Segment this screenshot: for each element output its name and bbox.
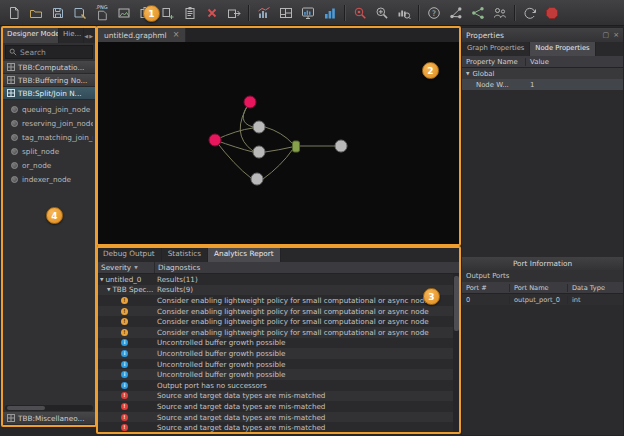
duplicate-icon[interactable]: [157, 2, 178, 23]
error-icon: !: [121, 414, 128, 421]
analytics-tabbar: Debug Output Statistics Analytics Report: [97, 247, 460, 262]
float-panel-icon[interactable]: ▢: [603, 31, 610, 39]
palette-node-tag-matching-join[interactable]: tag_matching_join_nod: [5, 133, 93, 142]
graph-node-1: [253, 121, 265, 133]
scrollbar-thumb[interactable]: [454, 276, 459, 331]
tab-scroll-left-icon[interactable]: ◀: [84, 33, 88, 39]
expand-arrow-icon[interactable]: ▼: [100, 277, 103, 282]
palette-tabbar: Designer Mode Hie... ◀▶: [3, 28, 95, 43]
save-as-icon[interactable]: [69, 2, 90, 23]
palette-node-reserving-join[interactable]: reserving_join_node: [5, 119, 93, 128]
palette-node-indexer[interactable]: indexer_node: [5, 175, 93, 184]
graph-topology-icon[interactable]: [445, 2, 466, 23]
tab-analytics-report[interactable]: Analytics Report: [208, 247, 281, 262]
warning-icon: !: [121, 308, 128, 315]
scrollbar-thumb[interactable]: [7, 406, 45, 410]
export-image-icon[interactable]: [113, 2, 134, 23]
search-box[interactable]: [5, 45, 93, 59]
graph-canvas[interactable]: [97, 42, 460, 246]
node-icon: [11, 120, 18, 127]
result-group-row[interactable]: ▼untitled_0 Results(11): [97, 274, 460, 285]
delete-icon[interactable]: [201, 2, 222, 23]
report-vscrollbar[interactable]: [453, 274, 460, 433]
tab-untitled-graphml[interactable]: untitled.graphml ×: [97, 27, 186, 42]
diagnostic-row[interactable]: !Source and target data types are mis-ma…: [97, 422, 460, 433]
output-ports-label: Output Ports: [462, 270, 623, 282]
palette-node-or[interactable]: or_node: [5, 161, 93, 170]
search-input[interactable]: [20, 48, 82, 57]
port-number-column-header[interactable]: Port #: [462, 284, 510, 292]
diagnostic-row[interactable]: iUncontrolled buffer growth possible: [97, 359, 460, 370]
properties-panel: Properties ▢× Graph Properties Node Prop…: [461, 27, 624, 436]
diagnostics-column-header[interactable]: Diagnostics: [155, 262, 460, 273]
property-row-node-weight[interactable]: Node W... 1: [462, 79, 623, 90]
collaboration-icon[interactable]: [489, 2, 510, 23]
diagnostic-row[interactable]: iOutput port has no successors: [97, 380, 460, 391]
diagnostic-row[interactable]: iUncontrolled buffer growth possible: [97, 338, 460, 349]
help-icon[interactable]: ?: [423, 2, 444, 23]
toolbar-separator: [248, 5, 249, 21]
export-box-icon[interactable]: [223, 2, 244, 23]
close-panel-icon[interactable]: ×: [613, 31, 619, 39]
analytics-panel: Debug Output Statistics Analytics Report…: [97, 247, 460, 433]
tab-node-properties[interactable]: Node Properties: [530, 42, 595, 56]
close-tab-icon[interactable]: ×: [173, 31, 180, 39]
group-miscellaneous-nodes[interactable]: TBB:Miscellaneo...: [3, 412, 95, 425]
info-icon: i: [121, 350, 128, 357]
sort-arrow-icon[interactable]: ▼: [134, 265, 137, 270]
group-icon: [7, 76, 15, 84]
expand-arrow-icon[interactable]: ▼: [466, 71, 469, 76]
group-computational-nodes[interactable]: TBB:Computatio...: [3, 61, 95, 74]
property-group-global[interactable]: ▼ Global: [462, 68, 623, 79]
stop-icon[interactable]: [541, 2, 562, 23]
palette-node-queuing-join[interactable]: queuing_join_node: [5, 105, 93, 114]
diagnostic-row[interactable]: iUncontrolled buffer growth possible: [97, 348, 460, 359]
diagnostic-row[interactable]: !Source and target data types are mis-ma…: [97, 401, 460, 412]
sync-icon[interactable]: [519, 2, 540, 23]
diagnostic-row[interactable]: !Source and target data types are mis-ma…: [97, 412, 460, 423]
tab-scroll-right-icon[interactable]: ▶: [89, 33, 93, 39]
tab-designer-mode[interactable]: Designer Mode: [3, 28, 59, 43]
tab-hierarchical[interactable]: Hie...: [59, 28, 84, 43]
port-name-column-header[interactable]: Port Name: [510, 284, 568, 292]
diagnostic-row[interactable]: iUncontrolled buffer growth possible: [97, 369, 460, 380]
diagnostic-row[interactable]: !Source and target data types are mis-ma…: [97, 391, 460, 402]
group-icon: [7, 89, 15, 97]
palette-node-split[interactable]: split_node: [5, 147, 93, 156]
analysis-report-icon[interactable]: [393, 2, 414, 23]
tab-statistics[interactable]: Statistics: [162, 247, 208, 262]
data-type-column-header[interactable]: Data Type: [568, 284, 623, 292]
annotation-circle-3: 3: [423, 288, 440, 305]
save-icon[interactable]: [47, 2, 68, 23]
record-analysis-icon[interactable]: [349, 2, 370, 23]
histogram-overlay-icon[interactable]: [253, 2, 274, 23]
value-column-header[interactable]: Value: [526, 58, 623, 66]
severity-column-header[interactable]: Severity: [101, 263, 131, 272]
tab-graph-properties[interactable]: Graph Properties: [462, 42, 530, 56]
treemap-icon[interactable]: [275, 2, 296, 23]
diagnostic-row[interactable]: !Consider enabling lightweight policy fo…: [97, 306, 460, 317]
group-icon: [7, 414, 15, 422]
tab-debug-output[interactable]: Debug Output: [97, 247, 162, 262]
group-split-join-nodes[interactable]: TBB:Split/Join N...: [3, 87, 95, 100]
ports-empty-area: [462, 305, 623, 435]
diagnostic-row[interactable]: !Consider enabling lightweight policy fo…: [97, 295, 460, 306]
bar-chart-icon[interactable]: [319, 2, 340, 23]
properties-tabbar: Graph Properties Node Properties: [462, 42, 623, 56]
palette-hscrollbar[interactable]: [5, 405, 93, 411]
result-group-row[interactable]: ▼TBB Spec... Results(9): [97, 285, 460, 296]
diagnostic-row[interactable]: !Consider enabling lightweight policy fo…: [97, 327, 460, 338]
clipboard-icon[interactable]: [179, 2, 200, 23]
open-folder-icon[interactable]: [25, 2, 46, 23]
property-name-column-header[interactable]: Property Name: [462, 58, 526, 66]
share-graph-icon[interactable]: [467, 2, 488, 23]
analysis-settings-icon[interactable]: [371, 2, 392, 23]
group-buffering-nodes[interactable]: TBB:Buffering No...: [3, 74, 95, 87]
expand-arrow-icon[interactable]: ▼: [107, 287, 110, 292]
new-graph-icon[interactable]: [3, 2, 24, 23]
port-row-0[interactable]: 0 output_port_0 int: [462, 294, 623, 305]
annotation-circle-1: 1: [143, 5, 160, 22]
diagnostic-row[interactable]: !Consider enabling lightweight policy fo…: [97, 316, 460, 327]
export-png-icon[interactable]: .PNG: [91, 2, 112, 23]
system-monitor-icon[interactable]: [297, 2, 318, 23]
